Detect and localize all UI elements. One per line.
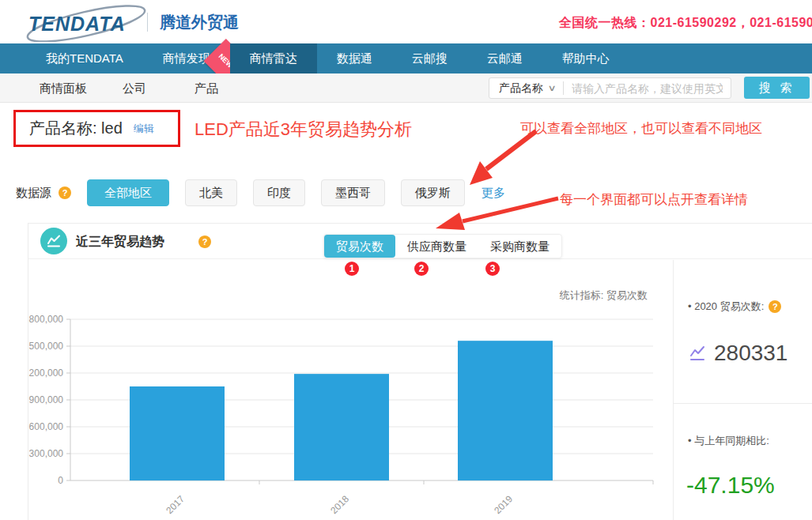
step-badge-1: 1 xyxy=(345,262,359,276)
company-logo[interactable]: TENDATA xyxy=(24,7,142,37)
stat-current-value: 280331 xyxy=(714,341,787,366)
step-badge-2: 2 xyxy=(414,262,429,276)
nav-item-radar[interactable]: 商情雷达 xyxy=(230,43,317,73)
search-input[interactable] xyxy=(564,82,731,95)
edit-link[interactable]: 编辑 xyxy=(134,122,154,136)
stat-current-value-row: 280331 xyxy=(688,341,787,366)
search-button[interactable]: 搜 索 xyxy=(744,77,810,99)
x-axis-label-2019: 2019 xyxy=(492,493,515,516)
product-name-label: 产品名称: led xyxy=(29,118,123,139)
stat-current-label: • 2020 贸易次数: xyxy=(688,300,764,314)
metric-tab-group: 贸易次数 供应商数量 采购商数量 xyxy=(323,234,562,258)
brand-name: 腾道外贸通 xyxy=(160,12,239,33)
tab-buyer-count[interactable]: 采购商数量 xyxy=(478,235,561,258)
svg-text:0: 0 xyxy=(58,475,63,486)
nav-item-mailpass[interactable]: 云邮通 xyxy=(467,43,542,73)
trend-card: 近三年贸易趋势 ? 贸易次数 供应商数量 采购商数量 1 2 3 统计指标: 贸… xyxy=(28,223,812,520)
datasource-label: 数据源 xyxy=(16,186,51,201)
x-axis-label-2017: 2017 xyxy=(164,493,187,516)
nav-item-discovery-label: 商情发现 xyxy=(163,51,210,65)
product-name-box: 产品名称: led 编辑 xyxy=(13,110,180,147)
nav-item-my-tendata[interactable]: 我的TENDATA xyxy=(26,43,143,73)
card-title: 近三年贸易趋势 xyxy=(76,224,164,259)
step-badge-3: 3 xyxy=(485,262,500,276)
trend-card-header: 近三年贸易趋势 ? 贸易次数 供应商数量 采购商数量 xyxy=(28,224,812,259)
stat-panel: • 2020 贸易次数: ? 280331 • 与上年同期相比: -47.15% xyxy=(674,260,812,520)
stat-current-row: • 2020 贸易次数: ? xyxy=(688,300,781,314)
nav-item-datapass[interactable]: 数据通 xyxy=(317,43,392,73)
more-link[interactable]: 更多 xyxy=(482,186,505,201)
arrow-to-more xyxy=(470,131,536,185)
x-axis-label-2018: 2018 xyxy=(328,493,351,516)
nav-item-help[interactable]: 帮助中心 xyxy=(542,43,629,73)
region-button-north-america[interactable]: 北美 xyxy=(185,179,237,206)
card-title-help-icon[interactable]: ? xyxy=(198,236,211,248)
search-category-label: 产品名称 xyxy=(499,81,543,96)
main-nav: 我的TENDATA 商情发现 NEW 商情雷达 数据通 云邮搜 云邮通 帮助中心 xyxy=(0,43,812,73)
stat-yoy-row: • 与上年同期相比: xyxy=(688,434,769,448)
logo-divider xyxy=(147,13,148,32)
region-button-all[interactable]: 全部地区 xyxy=(87,179,169,206)
hotline-text: 全国统一热线：021-61590292，021-61590275 xyxy=(559,15,812,32)
stat-yoy-value: -47.15% xyxy=(686,472,775,499)
tab-supplier-count[interactable]: 供应商数量 xyxy=(395,235,478,258)
nav-item-mailsearch[interactable]: 云邮搜 xyxy=(392,43,467,73)
subnav-item-product[interactable]: 产品 xyxy=(195,73,218,103)
search-category-select[interactable]: 产品名称 ∨ xyxy=(489,81,563,96)
nav-item-discovery[interactable]: 商情发现 NEW xyxy=(143,43,230,73)
tab-trade-count[interactable]: 贸易次数 xyxy=(324,235,395,258)
svg-text:1,800,000: 1,800,000 xyxy=(28,314,63,325)
stat-yoy-label: • 与上年同期相比: xyxy=(688,434,769,448)
svg-text:1,200,000: 1,200,000 xyxy=(28,367,63,379)
region-button-india[interactable]: 印度 xyxy=(253,179,305,206)
annotation-title: LED产品近3年贸易趋势分析 xyxy=(195,118,412,141)
annotation-note-regions: 可以查看全部地区，也可以查看不同地区 xyxy=(520,119,762,138)
svg-text:900,000: 900,000 xyxy=(29,394,64,405)
svg-text:600,000: 600,000 xyxy=(29,421,64,432)
line-chart-icon xyxy=(688,344,707,363)
bar-2017[interactable] xyxy=(130,386,225,480)
search-box: 产品名称 ∨ xyxy=(489,77,731,99)
region-button-russia[interactable]: 俄罗斯 xyxy=(401,179,465,206)
subnav-item-dashboard[interactable]: 商情面板 xyxy=(40,73,87,103)
page: TENDATA 腾道外贸通 全国统一热线：021-61590292，021-61… xyxy=(0,0,812,520)
chevron-down-icon: ∨ xyxy=(547,83,556,93)
stat-divider xyxy=(674,403,812,404)
region-button-mexico[interactable]: 墨西哥 xyxy=(321,179,385,206)
top-header: TENDATA 腾道外贸通 全国统一热线：021-61590292，021-61… xyxy=(0,0,812,43)
stat-current-help-icon[interactable]: ? xyxy=(769,300,781,313)
svg-text:300,000: 300,000 xyxy=(29,448,64,459)
datasource-help-icon[interactable]: ? xyxy=(59,187,71,199)
annotation-note-detail: 每一个界面都可以点开查看详情 xyxy=(560,190,748,209)
subnav-item-company[interactable]: 公司 xyxy=(123,73,146,103)
bar-2019[interactable] xyxy=(458,341,553,480)
bar-2018[interactable] xyxy=(294,374,389,480)
sub-nav: 商情面板 公司 产品 产品名称 ∨ 搜 索 xyxy=(0,73,812,103)
logo-text: TENDATA xyxy=(28,13,126,36)
trend-chart-icon xyxy=(40,228,67,254)
trend-chart: 0300,000600,000900,0001,200,0001,500,000… xyxy=(28,260,673,520)
svg-text:1,500,000: 1,500,000 xyxy=(28,341,63,352)
datasource-filter-row: 数据源 ? 全部地区 北美 印度 墨西哥 俄罗斯 更多 xyxy=(16,179,505,206)
